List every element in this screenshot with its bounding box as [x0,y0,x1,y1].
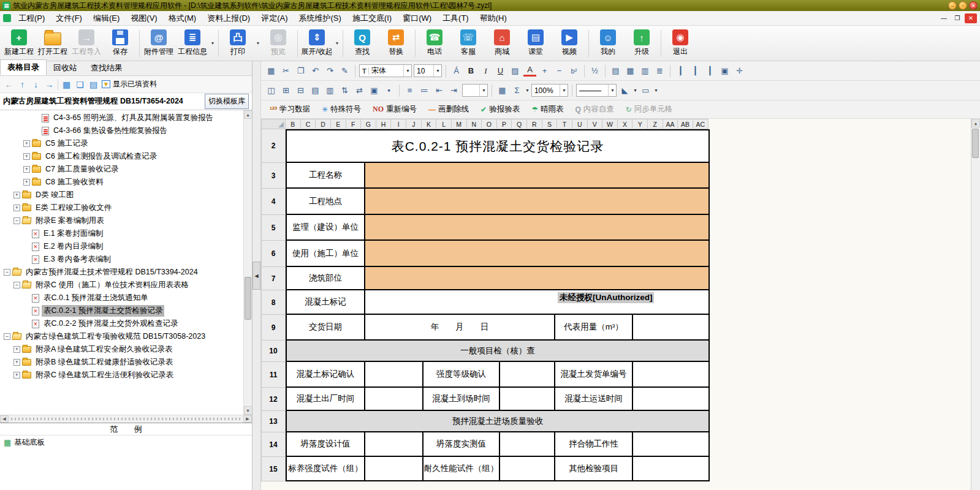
strikethrough-button[interactable]: —画删除线 [424,104,474,115]
column-header[interactable]: K [422,119,437,129]
print-button[interactable]: 凸打印 [221,28,254,58]
table-cell[interactable]: 混凝土标记确认 [287,362,365,388]
row-number[interactable]: 4 [261,189,286,215]
table-cell[interactable]: 预拌混凝土进场质量验收 [287,411,710,432]
fraction-icon[interactable]: ½ [588,64,601,77]
table-cell[interactable] [365,215,710,241]
row-number[interactable]: 12 [261,388,286,411]
table-cell[interactable] [500,432,555,457]
font-size-select[interactable]: 10▼ [414,64,442,77]
superscript-icon[interactable]: b² [568,64,580,77]
inspection-report-button[interactable]: ✔验报验表 [476,104,525,115]
tree-scrollbar[interactable]: ▲ ▼ [243,110,252,415]
table-cell[interactable] [633,315,710,341]
table-cell[interactable] [633,457,710,481]
sync-cells-button[interactable]: ↻同步单元格 [621,104,678,115]
format-cell-icon[interactable]: ▣ [368,84,381,97]
align-left-icon[interactable]: ▤ [609,64,622,77]
indent-icon[interactable]: ⇥ [447,84,460,97]
column-header[interactable]: X [618,119,633,129]
column-header[interactable]: Q [512,119,527,129]
mdi-minimize-button[interactable]: — [938,13,950,23]
collapse-panel-icon[interactable]: ◀ [253,262,260,290]
rectangle-icon[interactable]: ▭ [639,84,652,97]
table-cell[interactable] [365,432,424,457]
table-cell[interactable] [365,163,710,189]
column-header[interactable]: G [361,119,376,129]
expand-collapse-button[interactable]: ⇕展开/收起 [300,28,333,58]
column-header[interactable]: AB [678,119,693,129]
scroll-right-icon[interactable]: ▶ [243,415,252,423]
tree-item[interactable]: +C8 施工验收资料 [0,176,243,189]
table-cell[interactable] [365,241,710,267]
scrollbar-thumb[interactable] [972,129,979,158]
example-item[interactable]: ▦基础底板 [0,435,252,449]
table-cell[interactable]: 交货日期 [287,315,365,341]
sum-icon[interactable]: Σ [511,84,523,97]
menu-item[interactable]: 施工交底(I) [347,11,397,26]
outdent-icon[interactable]: ⇤ [433,84,446,97]
column-header[interactable]: Z [648,119,663,129]
collapse-icon[interactable]: − [13,217,20,224]
tree-item[interactable]: ✕表C.0.2-2 预拌混凝土交货外观检查记录 [0,317,243,330]
tree-item[interactable]: −内蒙古预拌混凝土技术管理规程 DB15/T3394-2024 [0,266,243,279]
dropdown-caret-icon[interactable]: ▼ [525,88,530,92]
row-number[interactable]: 15 [261,457,286,481]
font-name-select[interactable]: T宋体▼ [359,64,412,77]
tree-item[interactable]: C4-3-66 集热设备热性能复验报告 [0,124,243,137]
insert-row-icon[interactable]: ▤ [309,84,322,97]
scrollbar-track[interactable] [11,418,241,420]
expand-icon[interactable]: + [23,153,30,160]
panel-splitter[interactable]: ◀ [253,61,261,490]
column-header[interactable]: F [346,119,362,129]
row-number[interactable]: 7 [261,267,286,290]
table-cell[interactable] [365,189,710,215]
column-header[interactable]: P [497,119,512,129]
expand-icon[interactable]: + [13,359,20,366]
switch-template-button[interactable]: 切换模板库 [205,94,249,109]
column-header[interactable]: L [436,119,452,129]
sheet-scrollbar[interactable]: ▲ [971,119,980,490]
underline-button[interactable]: U [494,64,507,77]
nav-forward-icon[interactable]: → [44,80,55,89]
menu-item[interactable]: 窗口(W) [397,11,437,26]
column-header[interactable]: N [467,119,482,129]
dropdown-caret-icon[interactable]: ▼ [334,30,340,57]
table-cell[interactable]: 强度等级确认 [424,362,500,388]
border-left-icon[interactable]: ┃ [674,64,687,77]
tab-recycle[interactable]: 回收站 [47,61,84,75]
scroll-up-icon[interactable]: ▲ [971,119,980,127]
menu-item[interactable]: 格式(M) [163,11,202,26]
column-header[interactable]: W [602,119,618,129]
tree-item[interactable]: +D类 竣工图 [0,189,243,202]
collapse-icon[interactable]: − [13,282,20,288]
table-cell[interactable] [633,362,710,388]
align-right-icon[interactable]: ▥ [639,64,651,77]
insert-icon[interactable]: + [538,64,551,77]
replace-button[interactable]: ⇄替换 [379,28,412,58]
find-button[interactable]: Q查找 [346,28,379,58]
row-number[interactable]: 10 [261,341,286,362]
preview-button[interactable]: ◎预览 [262,28,295,58]
table-cell[interactable]: 耐久性能试件（组） [424,457,500,481]
merge-cells-icon[interactable]: ◫ [265,84,278,97]
numbering-icon[interactable]: ≔ [418,84,431,97]
tree-item[interactable]: −附录E 案卷编制用表 [0,214,243,227]
unmerge-cells-icon[interactable]: ⊞ [279,84,292,97]
column-header[interactable]: B [286,119,301,129]
collapse-icon[interactable]: − [4,269,10,276]
scroll-left-icon[interactable]: ◀ [0,415,9,423]
menu-item[interactable]: 工具(T) [437,11,474,26]
delete-icon[interactable]: − [553,64,566,77]
show-filled-filter[interactable]: ▼ 显示已填资料 [102,79,157,89]
row-number[interactable]: 8 [261,290,286,315]
support-button[interactable]: ☏客服 [452,28,485,58]
dropdown-caret-icon[interactable]: ▼ [210,30,216,57]
row-number[interactable]: 2 [261,129,286,163]
table-cell[interactable]: 其他检验项目 [555,457,633,481]
tree-item[interactable]: +C7 施工质量验收记录 [0,163,243,176]
exit-button[interactable]: ◉退出 [664,28,697,58]
collapse-icon[interactable]: − [4,333,10,340]
menu-item[interactable]: 帮助(H) [474,11,512,26]
renumber-button[interactable]: NO重新编号 [368,104,422,115]
